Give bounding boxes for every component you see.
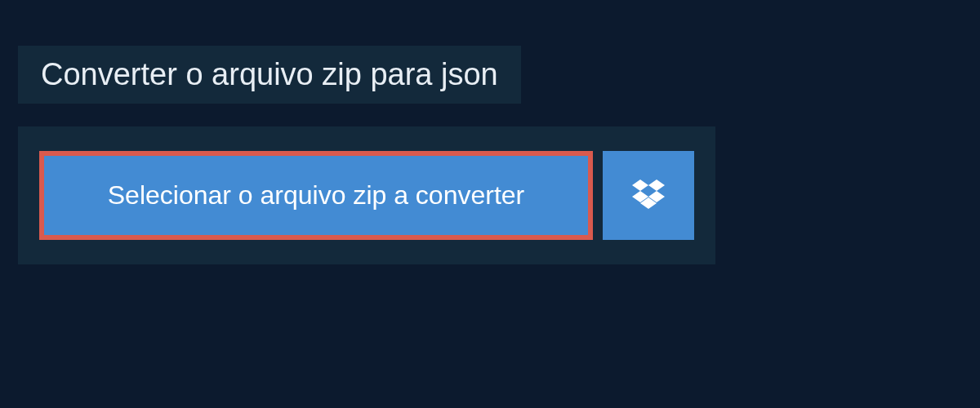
dropbox-icon xyxy=(632,180,665,212)
header-bar: Converter o arquivo zip para json xyxy=(18,46,521,104)
dropbox-button[interactable] xyxy=(603,151,694,240)
select-file-button[interactable]: Selecionar o arquivo zip a converter xyxy=(39,151,593,240)
upload-panel: Selecionar o arquivo zip a converter xyxy=(18,126,715,264)
page-title: Converter o arquivo zip para json xyxy=(41,57,498,92)
select-file-label: Selecionar o arquivo zip a converter xyxy=(108,180,525,211)
